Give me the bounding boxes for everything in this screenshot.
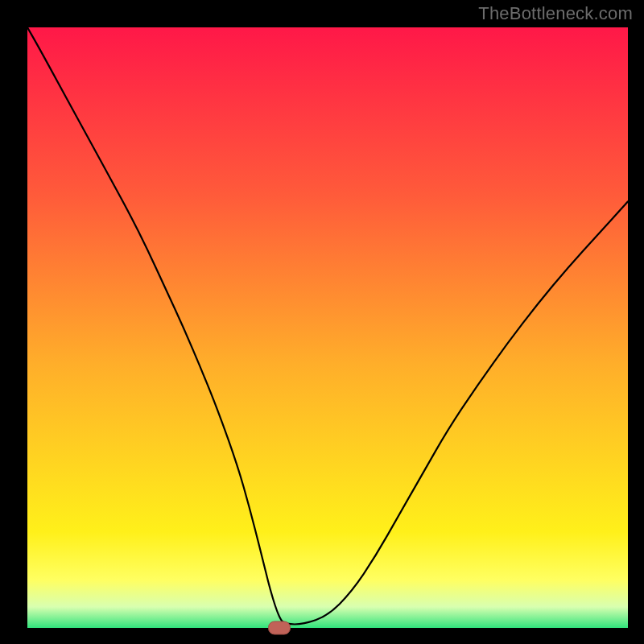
watermark-text: TheBottleneck.com [478,3,633,24]
gradient-background [27,27,628,628]
current-config-marker [268,621,291,635]
chart-svg [27,27,628,628]
plot-area [27,27,628,628]
chart-stage: TheBottleneck.com [0,0,644,644]
